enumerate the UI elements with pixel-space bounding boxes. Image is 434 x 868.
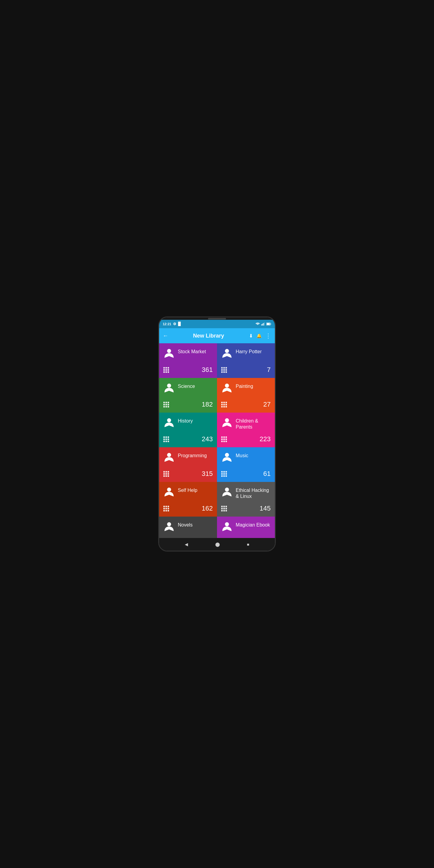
category-name-history: History bbox=[178, 417, 193, 424]
svg-point-8 bbox=[225, 349, 229, 353]
tile-bottom-ethical-hacking: 145 bbox=[221, 504, 271, 513]
category-count-painting: 27 bbox=[264, 401, 271, 408]
notch-bar bbox=[159, 317, 275, 320]
tile-top-magician-ebook: Magician Ebook bbox=[221, 521, 271, 538]
category-count-self-help: 162 bbox=[202, 504, 213, 513]
status-bar: 12:21 ⚙ ▉ bbox=[159, 320, 275, 328]
tile-bottom-painting: 27 bbox=[221, 401, 271, 408]
tile-top-programming: Programming bbox=[163, 452, 213, 467]
category-tile-self-help[interactable]: Self Help 162 bbox=[159, 482, 217, 517]
book-icon-music bbox=[221, 452, 233, 464]
tile-bottom-history: 243 bbox=[163, 435, 213, 443]
grid-dots-self-help bbox=[163, 506, 169, 512]
tile-top-children-parents: Children & Parents bbox=[221, 417, 271, 432]
notch bbox=[208, 318, 226, 319]
svg-point-17 bbox=[167, 522, 171, 526]
tile-bottom-music: 61 bbox=[221, 470, 271, 478]
navigation-bar: ◀ ⬤ ■ bbox=[159, 538, 275, 551]
grid-dots-music bbox=[221, 471, 227, 477]
category-count-music: 61 bbox=[264, 470, 271, 478]
grid-dots-children-parents bbox=[221, 436, 227, 442]
battery-icon bbox=[267, 322, 271, 326]
grid-dots-programming bbox=[163, 471, 169, 477]
svg-point-10 bbox=[225, 384, 229, 388]
category-count-children-parents: 223 bbox=[259, 435, 271, 443]
category-name-music: Music bbox=[236, 452, 248, 459]
svg-rect-3 bbox=[264, 322, 265, 326]
book-icon-painting bbox=[221, 383, 233, 394]
category-count-history: 243 bbox=[202, 435, 213, 443]
book-icon-ethical-hacking bbox=[221, 487, 233, 498]
nav-back-button[interactable]: ◀ bbox=[185, 542, 188, 547]
category-count-ethical-hacking: 145 bbox=[259, 504, 271, 513]
book-icon-stock-market bbox=[163, 348, 175, 360]
category-name-harry-potter: Harry Potter bbox=[236, 348, 261, 355]
app-toolbar: ← New Library ⬇ 🔔 ⋮ bbox=[159, 328, 275, 343]
tile-top-science: Science bbox=[163, 383, 213, 398]
back-button[interactable]: ← bbox=[163, 333, 168, 339]
tile-bottom-stock-market: 361 bbox=[163, 366, 213, 374]
settings-status-icon: ⚙ bbox=[173, 322, 176, 326]
wifi-icon bbox=[255, 322, 260, 326]
svg-rect-5 bbox=[267, 323, 270, 325]
category-tile-magician-ebook[interactable]: Magician Ebook bbox=[217, 517, 275, 538]
tile-top-self-help: Self Help bbox=[163, 487, 213, 501]
download-button[interactable]: ⬇ bbox=[249, 333, 253, 339]
book-icon-self-help bbox=[163, 487, 175, 498]
category-name-science: Science bbox=[178, 383, 195, 390]
svg-point-7 bbox=[167, 349, 171, 353]
svg-point-11 bbox=[167, 418, 171, 422]
svg-point-15 bbox=[167, 488, 171, 492]
svg-point-16 bbox=[225, 488, 229, 492]
category-tile-harry-potter[interactable]: Harry Potter 7 bbox=[217, 343, 275, 378]
notification-button[interactable]: 🔔 bbox=[256, 333, 261, 338]
grid-dots-stock-market bbox=[163, 367, 169, 373]
book-icon-history bbox=[163, 417, 175, 429]
toolbar-title: New Library bbox=[172, 333, 245, 339]
svg-rect-0 bbox=[261, 324, 262, 326]
category-name-stock-market: Stock Market bbox=[178, 348, 206, 355]
grid-dots-history bbox=[163, 436, 169, 442]
nav-recent-button[interactable]: ■ bbox=[247, 542, 249, 547]
category-tile-programming[interactable]: Programming 315 bbox=[159, 447, 217, 482]
grid-dots-science bbox=[163, 402, 169, 407]
category-tile-children-parents[interactable]: Children & Parents 223 bbox=[217, 412, 275, 447]
tile-top-ethical-hacking: Ethical Hacking & Linux bbox=[221, 487, 271, 501]
category-name-novels: Novels bbox=[178, 521, 193, 528]
book-icon-science bbox=[163, 383, 175, 394]
svg-rect-2 bbox=[263, 323, 264, 326]
category-tile-stock-market[interactable]: Stock Market 361 bbox=[159, 343, 217, 378]
signal-icon bbox=[261, 322, 265, 326]
book-icon-harry-potter bbox=[221, 348, 233, 360]
category-name-painting: Painting bbox=[236, 383, 253, 390]
tile-bottom-self-help: 162 bbox=[163, 504, 213, 513]
tile-top-stock-market: Stock Market bbox=[163, 348, 213, 363]
status-icons bbox=[255, 322, 271, 326]
category-count-harry-potter: 7 bbox=[267, 366, 271, 374]
book-icon-magician-ebook bbox=[221, 521, 233, 533]
book-icon-children-parents bbox=[221, 417, 233, 429]
category-name-magician-ebook: Magician Ebook bbox=[236, 521, 270, 528]
tile-top-history: History bbox=[163, 417, 213, 432]
tile-top-music: Music bbox=[221, 452, 271, 467]
svg-rect-6 bbox=[271, 324, 271, 324]
more-button[interactable]: ⋮ bbox=[265, 332, 271, 339]
category-tile-painting[interactable]: Painting 27 bbox=[217, 378, 275, 412]
book-icon-novels bbox=[163, 521, 175, 533]
tile-bottom-children-parents: 223 bbox=[221, 435, 271, 443]
svg-rect-1 bbox=[262, 324, 263, 326]
grid-dots-ethical-hacking bbox=[221, 506, 227, 512]
phone-container: 12:21 ⚙ ▉ bbox=[158, 316, 276, 552]
category-name-ethical-hacking: Ethical Hacking & Linux bbox=[236, 487, 271, 499]
category-tile-history[interactable]: History 243 bbox=[159, 412, 217, 447]
tile-top-harry-potter: Harry Potter bbox=[221, 348, 271, 363]
grid-dots-harry-potter bbox=[221, 367, 227, 373]
category-tile-novels[interactable]: Novels bbox=[159, 517, 217, 538]
category-tile-science[interactable]: Science 182 bbox=[159, 378, 217, 412]
tile-bottom-programming: 315 bbox=[163, 470, 213, 478]
nav-home-button[interactable]: ⬤ bbox=[215, 542, 220, 547]
category-count-science: 182 bbox=[202, 401, 213, 408]
category-tile-ethical-hacking[interactable]: Ethical Hacking & Linux 145 bbox=[217, 482, 275, 517]
svg-point-9 bbox=[167, 384, 171, 388]
category-tile-music[interactable]: Music 61 bbox=[217, 447, 275, 482]
